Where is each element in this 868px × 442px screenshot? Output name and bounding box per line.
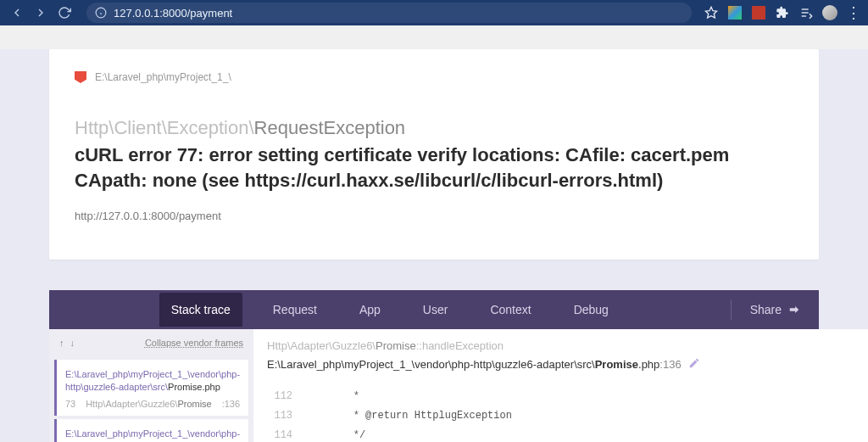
- tab-stack-trace[interactable]: Stack trace: [159, 293, 242, 327]
- address-bar[interactable]: 127.0.0.1:8000/payment: [86, 3, 692, 23]
- exception-message: cURL error 77: error setting certificate…: [75, 143, 793, 193]
- forward-button[interactable]: [31, 3, 51, 23]
- back-button[interactable]: [7, 3, 27, 23]
- frame-sub: 73 Http\Adapter\Guzzle6\Promise :136: [65, 399, 240, 409]
- code-line: 112 *: [267, 387, 868, 406]
- code-line: 113 * @return HttplugException: [267, 406, 868, 426]
- star-icon[interactable]: [704, 5, 719, 20]
- extension-icon-2[interactable]: [751, 5, 766, 20]
- exception-card: E:\Laravel_php\myProject_1_\ Http\Client…: [49, 49, 819, 260]
- project-path-row: E:\Laravel_php\myProject_1_\: [75, 71, 793, 83]
- share-label: Share: [750, 303, 782, 316]
- flame-icon: [75, 71, 86, 83]
- code-namespace: Http\Adapter\Guzzle6\Promise::handleExce…: [267, 339, 868, 352]
- tab-context[interactable]: Context: [478, 293, 542, 327]
- exception-ns-prefix: Http\Client\Exception\: [75, 117, 254, 138]
- menu-icon[interactable]: ⋮: [846, 5, 861, 20]
- tab-user[interactable]: User: [411, 293, 460, 327]
- edit-icon[interactable]: [688, 357, 700, 372]
- frame-item[interactable]: E:\Laravel_php\myProject_1_\vendor\php-h…: [54, 360, 248, 416]
- puzzle-icon[interactable]: [775, 5, 790, 20]
- tab-request[interactable]: Request: [261, 293, 329, 327]
- frame-line: :136: [222, 399, 240, 409]
- exception-ns-class: RequestException: [254, 117, 406, 138]
- project-path: E:\Laravel_php\myProject_1_\: [95, 71, 231, 83]
- extension-icon-1[interactable]: [727, 5, 743, 20]
- nav-controls: [7, 3, 75, 23]
- tab-debug[interactable]: Debug: [562, 293, 620, 327]
- share-icon: [788, 304, 800, 316]
- svg-marker-3: [705, 7, 716, 18]
- frames-panel: ↑ ↓ Collapse vendor frames E:\Laravel_ph…: [49, 329, 819, 442]
- code-line: 114 */: [267, 426, 868, 442]
- address-text: 127.0.0.1:8000/payment: [114, 7, 232, 20]
- frame-path: E:\Laravel_php\myProject_1_\vendor\php-h…: [65, 428, 240, 442]
- exception-url: http://127.0.0.1:8000/payment: [75, 210, 793, 222]
- code-block: 112 * 113 * @return HttplugException 114…: [267, 387, 868, 442]
- exception-namespace: Http\Client\Exception\RequestException: [75, 117, 793, 139]
- code-file: E:\Laravel_php\myProject_1_\vendor\php-h…: [267, 357, 868, 372]
- tabs: Stack trace Request App User Context Deb…: [49, 293, 731, 327]
- code-preview: Http\Adapter\Guzzle6\Promise::handleExce…: [253, 329, 868, 442]
- frame-path: E:\Laravel_php\myProject_1_\vendor\php-h…: [65, 368, 240, 394]
- info-icon: [95, 7, 107, 19]
- tab-app[interactable]: App: [348, 293, 392, 327]
- share-button[interactable]: Share: [732, 303, 819, 316]
- frames-list: ↑ ↓ Collapse vendor frames E:\Laravel_ph…: [49, 329, 253, 442]
- frames-list-header: ↑ ↓ Collapse vendor frames: [49, 329, 253, 356]
- page-body: E:\Laravel_php\myProject_1_\ Http\Client…: [0, 49, 868, 442]
- profile-avatar[interactable]: [822, 5, 837, 20]
- browser-toolbar: 127.0.0.1:8000/payment ⋮: [0, 0, 868, 25]
- extension-icons: ⋮: [704, 5, 861, 20]
- collapse-vendor-frames[interactable]: Collapse vendor frames: [145, 338, 243, 348]
- frame-number: 73: [65, 399, 75, 409]
- frame-item[interactable]: E:\Laravel_php\myProject_1_\vendor\php-h…: [54, 419, 248, 442]
- tabs-panel: Stack trace Request App User Context Deb…: [49, 290, 819, 329]
- reload-button[interactable]: [54, 3, 75, 23]
- frames-arrows-icon[interactable]: ↑ ↓: [59, 338, 76, 348]
- reading-list-icon[interactable]: [798, 5, 814, 20]
